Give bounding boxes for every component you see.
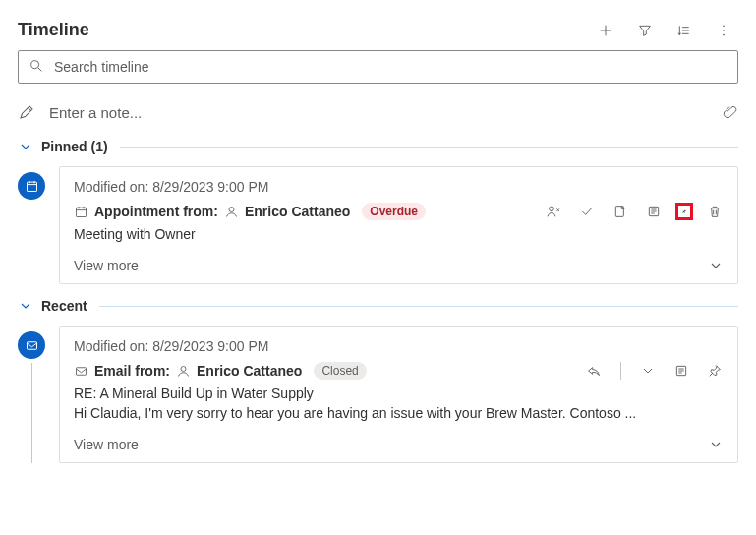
email-type-icon bbox=[18, 331, 45, 359]
svg-point-2 bbox=[723, 33, 725, 35]
panel-title: Timeline bbox=[18, 20, 597, 40]
status-badge-closed: Closed bbox=[314, 362, 366, 380]
add-to-queue-icon[interactable] bbox=[645, 203, 663, 220]
chevron-down-icon[interactable] bbox=[708, 437, 724, 452]
person-icon bbox=[224, 205, 239, 219]
svg-point-6 bbox=[229, 207, 234, 211]
view-more-row: View more bbox=[74, 437, 724, 452]
header-actions bbox=[597, 22, 738, 39]
svg-rect-5 bbox=[77, 208, 87, 216]
recent-section: Recent Modified on: 8/29/2023 9:00 PM Em… bbox=[18, 298, 738, 463]
assign-icon[interactable] bbox=[545, 203, 562, 220]
section-divider bbox=[120, 147, 738, 148]
svg-rect-10 bbox=[27, 341, 36, 349]
svg-rect-4 bbox=[27, 182, 36, 191]
chevron-down-icon bbox=[18, 139, 33, 154]
note-row[interactable]: Enter a note... bbox=[18, 103, 738, 121]
svg-point-12 bbox=[181, 366, 186, 371]
person-icon bbox=[176, 364, 191, 379]
svg-point-3 bbox=[31, 60, 39, 68]
email-icon bbox=[74, 364, 88, 379]
add-to-queue-icon[interactable] bbox=[672, 362, 690, 380]
card-title-row: Appointment from: Enrico Cattaneo Overdu… bbox=[74, 203, 724, 220]
search-input[interactable] bbox=[52, 58, 727, 76]
card-actions bbox=[545, 203, 724, 220]
type-label: Appointment from: bbox=[94, 204, 218, 219]
recent-title: Recent bbox=[41, 298, 87, 314]
open-record-icon[interactable] bbox=[611, 203, 629, 220]
pencil-icon bbox=[18, 103, 35, 121]
svg-rect-11 bbox=[77, 367, 87, 375]
calendar-icon bbox=[74, 205, 88, 219]
delete-icon[interactable] bbox=[706, 203, 724, 220]
filter-icon[interactable] bbox=[636, 22, 654, 39]
pinned-header[interactable]: Pinned (1) bbox=[18, 139, 738, 154]
pin-icon[interactable] bbox=[706, 362, 724, 380]
card-title-row: Email from: Enrico Cattaneo Closed bbox=[74, 362, 724, 380]
card-subject: Meeting with Owner bbox=[74, 226, 724, 242]
appointment-type-icon bbox=[18, 172, 45, 200]
pinned-title: Pinned (1) bbox=[41, 139, 108, 154]
recent-card-row: Modified on: 8/29/2023 9:00 PM Email fro… bbox=[18, 326, 738, 463]
thread-line bbox=[31, 363, 32, 463]
note-placeholder[interactable]: Enter a note... bbox=[49, 104, 707, 121]
more-icon[interactable] bbox=[715, 22, 732, 39]
reply-menu-icon[interactable] bbox=[639, 362, 657, 380]
modified-label: Modified on: 8/29/2023 9:00 PM bbox=[74, 338, 724, 354]
svg-point-0 bbox=[723, 25, 725, 27]
timeline-panel: Timeline Enter a note... bbox=[0, 0, 756, 485]
person-name: Enrico Cattaneo bbox=[245, 204, 350, 219]
card-actions bbox=[585, 362, 724, 380]
sort-icon[interactable] bbox=[675, 22, 693, 39]
close-activity-icon[interactable] bbox=[578, 203, 596, 220]
chevron-down-icon bbox=[18, 298, 33, 314]
view-more-link[interactable]: View more bbox=[74, 437, 139, 452]
card-subject: RE: A Mineral Build Up in Water Supply bbox=[74, 386, 724, 401]
attachment-icon[interactable] bbox=[721, 103, 738, 121]
recent-card: Modified on: 8/29/2023 9:00 PM Email fro… bbox=[59, 326, 738, 463]
view-more-link[interactable]: View more bbox=[74, 258, 139, 273]
pinned-card-row: Modified on: 8/29/2023 9:00 PM Appointme… bbox=[18, 166, 738, 284]
status-badge-overdue: Overdue bbox=[362, 203, 426, 220]
separator bbox=[620, 362, 621, 380]
add-icon[interactable] bbox=[597, 22, 614, 39]
svg-rect-8 bbox=[615, 207, 623, 217]
card-preview: Hi Claudia, I'm very sorry to hear you a… bbox=[74, 405, 724, 421]
svg-point-7 bbox=[550, 207, 554, 211]
svg-point-1 bbox=[723, 30, 725, 31]
pinned-card: Modified on: 8/29/2023 9:00 PM Appointme… bbox=[59, 166, 738, 284]
type-label: Email from: bbox=[94, 363, 170, 379]
search-icon bbox=[29, 58, 44, 77]
view-more-row: View more bbox=[74, 258, 724, 273]
chevron-down-icon[interactable] bbox=[708, 258, 724, 273]
section-divider bbox=[99, 306, 738, 307]
timeline-header: Timeline bbox=[18, 20, 738, 40]
pinned-section: Pinned (1) Modified on: 8/29/2023 9:00 P… bbox=[18, 139, 738, 284]
recent-header[interactable]: Recent bbox=[18, 298, 738, 314]
person-name: Enrico Cattaneo bbox=[197, 363, 302, 379]
search-box[interactable] bbox=[18, 50, 738, 84]
modified-label: Modified on: 8/29/2023 9:00 PM bbox=[74, 179, 724, 195]
pin-icon[interactable] bbox=[675, 203, 693, 220]
reply-icon[interactable] bbox=[585, 362, 603, 380]
